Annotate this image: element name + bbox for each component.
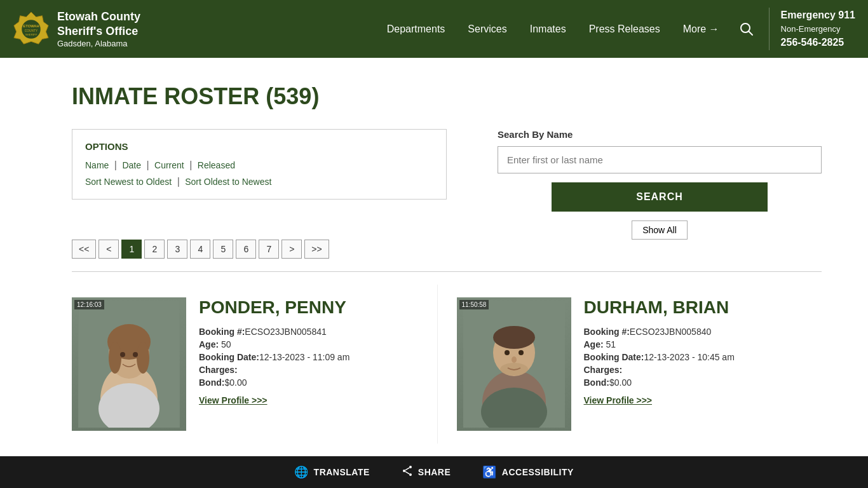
page-last[interactable]: >> [304, 240, 329, 259]
org-location: Gadsden, Alabama [57, 39, 140, 48]
view-profile-ponder[interactable]: View Profile >>> [199, 395, 268, 405]
svg-text:SHERIFF: SHERIFF [25, 32, 37, 36]
footer-share[interactable]: SHARE [402, 465, 451, 470]
inmate-bond-durham: Bond:$0.00 [584, 377, 803, 388]
translate-icon: 🌐 [294, 465, 309, 469]
svg-point-12 [109, 342, 121, 374]
svg-point-13 [137, 342, 149, 374]
svg-point-20 [493, 326, 535, 349]
options-title: OPTIONS [85, 141, 433, 152]
inmate-age-durham: Age: 51 [584, 339, 803, 349]
page-6[interactable]: 6 [236, 240, 256, 259]
inmate-photo-ponder: 12:16:03 [72, 297, 186, 431]
page-7[interactable]: 7 [259, 240, 279, 259]
sort-links: Sort Newest to Oldest | Sort Oldest to N… [85, 176, 433, 187]
filter-released[interactable]: Released [198, 160, 235, 170]
svg-point-26 [409, 466, 412, 468]
page-5[interactable]: 5 [213, 240, 233, 259]
svg-point-15 [133, 352, 138, 357]
inmate-info-durham: DURHAM, BRIAN Booking #:ECSO23JBN005840 … [584, 297, 803, 431]
inmate-booking-num-ponder: Booking #:ECSO23JBN005841 [199, 327, 418, 337]
inmate-card-ponder: 12:16:03 [72, 285, 437, 444]
main-nav: Departments Services Inmates Press Relea… [376, 0, 763, 58]
inmates-grid: 12:16:03 [72, 272, 822, 444]
svg-text:COUNTY: COUNTY [25, 29, 38, 32]
svg-point-14 [120, 352, 125, 357]
photo-timestamp-durham: 11:50:58 [459, 300, 489, 309]
mugshot-ponder [78, 301, 180, 428]
accessibility-icon: ♿ [482, 465, 497, 469]
non-emergency-label: Non-Emergency [781, 23, 855, 36]
footer-translate-label: TRANSLATE [314, 467, 370, 469]
footer-translate[interactable]: 🌐 TRANSLATE [294, 465, 370, 469]
show-all-button[interactable]: Show All [632, 220, 688, 240]
svg-line-29 [405, 468, 409, 469]
page-prev[interactable]: < [98, 240, 119, 259]
svg-text:ETOWAH: ETOWAH [23, 24, 39, 28]
filter-date[interactable]: Date [122, 160, 141, 170]
inmate-name-durham: DURHAM, BRIAN [584, 297, 803, 318]
svg-point-23 [519, 350, 524, 355]
photo-timestamp-ponder: 12:16:03 [74, 300, 104, 309]
page-next[interactable]: > [281, 240, 302, 259]
search-label: Search By Name [498, 129, 822, 140]
inmate-charges-ponder: Charges: [199, 365, 418, 375]
svg-point-22 [505, 350, 510, 355]
footer-accessibility[interactable]: ♿ ACCESSIBILITY [482, 465, 574, 469]
sheriff-badge-icon: ETOWAH COUNTY SHERIFF [13, 11, 50, 48]
inmate-charges-durham: Charges: [584, 365, 803, 375]
page-2[interactable]: 2 [144, 240, 165, 259]
org-name: Etowah County [57, 10, 140, 24]
page-title: INMATE ROSTER (539) [72, 83, 822, 110]
footer: 🌐 TRANSLATE SHARE ♿ ACCESSIBILITY [0, 456, 868, 469]
nav-services[interactable]: Services [456, 0, 518, 58]
nav-more[interactable]: More → [672, 0, 731, 58]
search-icon [740, 22, 754, 36]
inmate-bond-ponder: Bond:$0.00 [199, 377, 418, 388]
sort-oldest[interactable]: Sort Oldest to Newest [185, 177, 271, 187]
inmate-photo-durham: 11:50:58 [457, 297, 571, 431]
header-search-button[interactable] [731, 0, 763, 58]
filter-current[interactable]: Current [154, 160, 184, 170]
footer-share-label: SHARE [418, 467, 451, 469]
sort-newest[interactable]: Sort Newest to Oldest [85, 177, 172, 187]
inmate-info-ponder: PONDER, PENNY Booking #:ECSO23JBN005841 … [199, 297, 418, 431]
footer-accessibility-label: ACCESSIBILITY [502, 467, 574, 469]
page-1[interactable]: 1 [121, 240, 142, 259]
mugshot-durham [463, 301, 565, 428]
inmate-name-ponder: PONDER, PENNY [199, 297, 418, 318]
inmate-card-durham: 11:50:58 [437, 285, 822, 444]
options-filter-links: Name | Date | Current | Released [85, 159, 433, 171]
inmate-age-ponder: Age: 50 [199, 339, 418, 349]
site-logo[interactable]: ETOWAH COUNTY SHERIFF Etowah County Sher… [13, 10, 140, 49]
inmate-booking-date-ponder: Booking Date:12-13-2023 - 11:09 am [199, 352, 418, 362]
inmate-booking-num-durham: Booking #:ECSO23JBN005840 [584, 327, 803, 337]
non-emergency-number: 256-546-2825 [781, 35, 855, 50]
nav-departments[interactable]: Departments [376, 0, 457, 58]
svg-line-6 [749, 31, 752, 35]
emergency-911-label: Emergency 911 [781, 8, 855, 23]
nav-press-releases[interactable]: Press Releases [578, 0, 672, 58]
page-4[interactable]: 4 [190, 240, 210, 259]
emergency-info: Emergency 911 Non-Emergency 256-546-2825 [769, 8, 855, 51]
filter-name[interactable]: Name [85, 160, 109, 170]
search-input[interactable] [498, 146, 822, 173]
page-3[interactable]: 3 [167, 240, 187, 259]
pagination: << < 1 2 3 4 5 6 7 > >> [72, 240, 822, 259]
page-first[interactable]: << [72, 240, 96, 259]
options-box: OPTIONS Name | Date | Current | Released… [72, 129, 447, 200]
search-button[interactable]: SEARCH [552, 182, 768, 212]
svg-point-24 [512, 356, 517, 363]
view-profile-durham[interactable]: View Profile >>> [584, 395, 653, 405]
share-icon [402, 465, 413, 470]
nav-inmates[interactable]: Inmates [519, 0, 578, 58]
inmate-booking-date-durham: Booking Date:12-13-2023 - 10:45 am [584, 352, 803, 362]
org-division: Sheriff's Office [57, 24, 140, 39]
